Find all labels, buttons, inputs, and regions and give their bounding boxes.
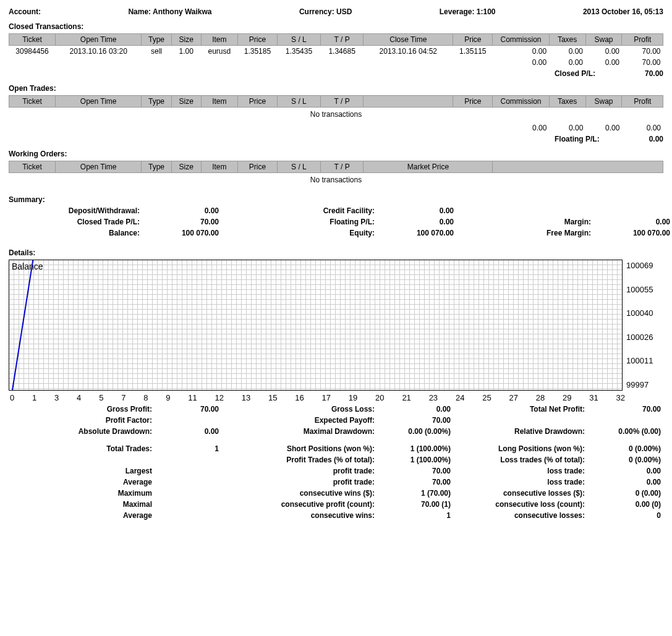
name-cell: Name: Anthony Waikwa: [128, 7, 211, 16]
cell-price: 1.35185: [237, 46, 277, 57]
table-row: 30984456 2013.10.16 03:20 sell 1.00 euru…: [9, 46, 663, 57]
th-commission: Commission: [493, 34, 549, 46]
chart-plot-area: Balance: [9, 260, 623, 391]
cell-price2: 1.35115: [453, 46, 493, 57]
stats-row: Average consecutive wins:1 consecutive l…: [9, 511, 663, 520]
th-sl: S / L: [278, 34, 321, 46]
account-label: Account:: [9, 7, 41, 16]
th-close-time: Close Time: [364, 34, 453, 46]
open-totals-row: 0.00 0.00 0.00 0.00: [9, 122, 663, 134]
x-tick: 11: [188, 393, 197, 402]
x-tick: 8: [143, 393, 148, 402]
margin-label: Margin:: [454, 218, 596, 226]
table-header-row: Ticket Open Time Type Size Item Price S …: [9, 34, 663, 46]
cell-sl: 1.35435: [278, 46, 321, 57]
floating-pl-label: Floating P/L:: [555, 135, 600, 143]
x-tick: 24: [456, 393, 464, 402]
cell-tp: 1.34685: [320, 46, 364, 57]
dep-w-value: 0.00: [145, 206, 219, 215]
details-title: Details:: [9, 248, 663, 257]
x-tick: 3: [54, 393, 59, 402]
cell-close-time: 2013.10.16 04:52: [364, 46, 453, 57]
th-swap: Swap: [585, 34, 622, 46]
chart-x-axis: 0134578911121315161719202123242527282931…: [9, 393, 663, 402]
th-price: Price: [237, 34, 277, 46]
stats-row: Maximum consecutive wins ($):1 (70.00) c…: [9, 489, 663, 498]
ctpl-value: 70.00: [145, 218, 219, 226]
table-header-row: Ticket Open Time Type Size Item Price S …: [9, 96, 663, 108]
x-tick: 13: [242, 393, 250, 402]
total-profit: 70.00: [622, 57, 663, 68]
x-tick: 19: [349, 393, 357, 402]
open-no-transactions: No transactions: [9, 110, 663, 119]
closed-transactions-table: Ticket Open Time Type Size Item Price S …: [9, 33, 663, 68]
fpl-label: Floating P/L:: [219, 218, 380, 226]
stats-row: Total Trades:1 Short Positions (won %):1…: [9, 444, 663, 453]
th-type: Type: [142, 34, 171, 46]
th-open-time: Open Time: [56, 34, 142, 46]
free-margin-label: Free Margin:: [454, 229, 596, 237]
equity-value: 100 070.00: [380, 229, 454, 237]
th-price2: Price: [453, 34, 493, 46]
dep-w-label: Deposit/Withdrawal:: [9, 206, 145, 215]
equity-label: Equity:: [219, 229, 380, 237]
x-tick: 16: [295, 393, 304, 402]
closed-totals-row: 0.00 0.00 0.00 70.00: [9, 57, 663, 68]
cell-commission: 0.00: [493, 46, 549, 57]
x-tick: 31: [589, 393, 598, 402]
chart-y-axis: 100069 100055 100040 100026 100011 99997: [623, 260, 663, 391]
closed-transactions-title: Closed Transactions:: [9, 22, 663, 31]
cell-size: 1.00: [171, 46, 201, 57]
open-totals-table: 0.00 0.00 0.00 0.00: [9, 122, 663, 134]
open-trades-table: Ticket Open Time Type Size Item Price S …: [9, 95, 663, 108]
table-header-row: Ticket Open Time Type Size Item Price S …: [9, 161, 663, 173]
x-tick: 9: [166, 393, 170, 402]
cell-ticket: 30984456: [9, 46, 56, 57]
cell-type: sell: [142, 46, 171, 57]
balance-label: Balance:: [9, 229, 145, 237]
th-profit: Profit: [622, 34, 663, 46]
x-tick: 1: [32, 393, 36, 402]
cell-item: eurusd: [201, 46, 237, 57]
cell-profit: 70.00: [622, 46, 663, 57]
total-taxes: 0.00: [549, 57, 585, 68]
cell-swap: 0.00: [585, 46, 622, 57]
th-size: Size: [171, 34, 201, 46]
stats-row: Average profit trade:70.00 loss trade:0.…: [9, 478, 663, 486]
th-ticket: Ticket: [9, 34, 56, 46]
working-orders-title: Working Orders:: [9, 150, 663, 158]
working-no-transactions: No transactions: [9, 176, 663, 184]
balance-chart: Balance 100069 100055 100040 100026 1000…: [9, 260, 663, 391]
currency-cell: Currency: USD: [299, 7, 352, 16]
x-tick: 27: [509, 393, 517, 402]
closed-pl-value: 70.00: [645, 69, 663, 78]
stats-row: Profit Factor: Expected Payoff:70.00: [9, 416, 663, 425]
x-tick: 25: [482, 393, 491, 402]
closed-pl-label: Closed P/L:: [555, 69, 595, 78]
x-tick: 4: [77, 393, 81, 402]
credit-label: Credit Facility:: [219, 206, 380, 215]
floating-pl-value: 0.00: [649, 135, 663, 143]
open-trades-title: Open Trades:: [9, 84, 663, 93]
x-tick: 17: [322, 393, 331, 402]
balance-line: [12, 260, 58, 390]
balance-value: 100 070.00: [145, 229, 219, 237]
working-orders-table: Ticket Open Time Type Size Item Price S …: [9, 161, 663, 173]
leverage-cell: Leverage: 1:100: [440, 7, 496, 16]
stats-row: Maximal consecutive profit (count):70.00…: [9, 500, 663, 509]
ctpl-label: Closed Trade P/L:: [9, 218, 145, 226]
x-tick: 7: [121, 393, 125, 402]
stats-row: Absolute Drawdown:0.00 Maximal Drawdown:…: [9, 427, 663, 436]
fpl-value: 0.00: [380, 218, 454, 226]
total-commission: 0.00: [493, 57, 549, 68]
margin-value: 0.00: [596, 218, 670, 226]
x-tick: 29: [563, 393, 571, 402]
x-tick: 0: [10, 393, 14, 402]
th-tp: T / P: [320, 34, 364, 46]
x-tick: 5: [99, 393, 103, 402]
x-tick: 20: [375, 393, 384, 402]
total-swap: 0.00: [585, 57, 622, 68]
stats-row: Largest profit trade:70.00 loss trade:0.…: [9, 467, 663, 475]
th-item: Item: [201, 34, 237, 46]
summary-title: Summary:: [9, 195, 663, 204]
